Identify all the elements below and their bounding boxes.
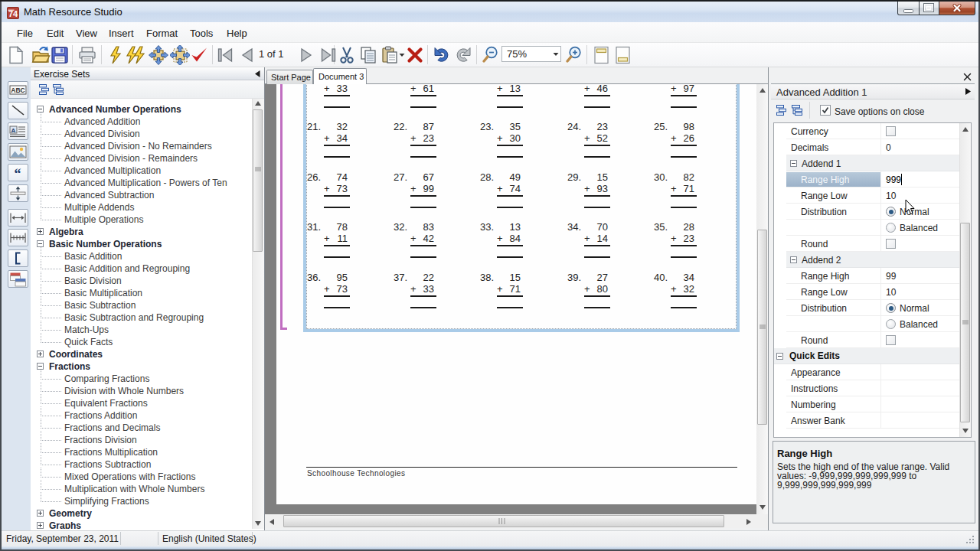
svg-text:ABC: ABC bbox=[11, 86, 24, 94]
svg-text:“: “ bbox=[15, 166, 21, 181]
svg-text:A: A bbox=[11, 127, 16, 134]
svg-text:74: 74 bbox=[8, 9, 18, 18]
